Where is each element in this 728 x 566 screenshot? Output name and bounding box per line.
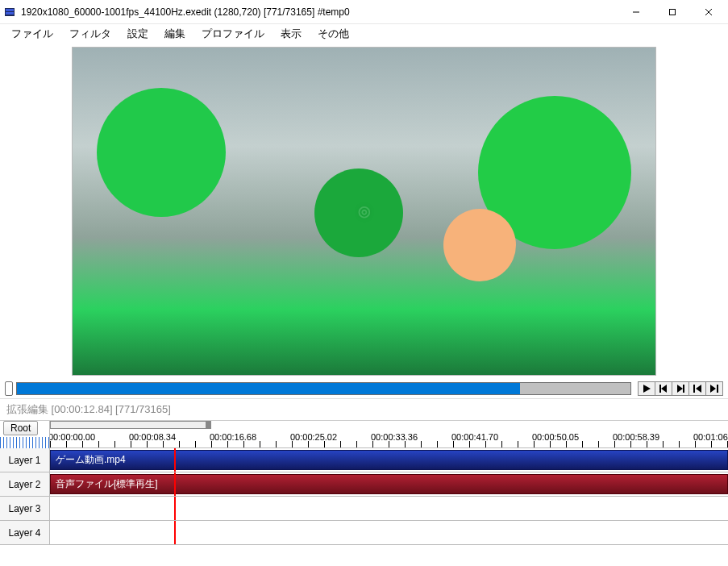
transport-controls [634, 381, 723, 396]
preview-area: ◎ [0, 44, 728, 379]
titlebar: 1920x1080_60000-1001fps_44100Hz.exedit (… [0, 0, 728, 24]
scrubber-row [0, 379, 728, 398]
playhead[interactable] [174, 497, 176, 520]
playhead[interactable] [174, 521, 176, 544]
video-clip[interactable]: ゲーム動画.mp4 [50, 450, 728, 470]
timeline-layer-row: Layer 4 [0, 521, 728, 545]
scrub-track[interactable] [16, 382, 631, 395]
menubar: ファイル フィルタ 設定 編集 プロファイル 表示 その他 [0, 24, 728, 44]
menu-settings[interactable]: 設定 [119, 25, 156, 43]
layer-label[interactable]: Layer 4 [0, 521, 50, 545]
app-icon [3, 6, 16, 19]
svg-marker-13 [696, 385, 701, 393]
extended-edit-status: 拡張編集 [00:00:12.84] [771/73165] [0, 398, 728, 420]
layer-track[interactable]: 音声ファイル[標準再生] [50, 472, 728, 497]
scrub-fill [17, 383, 520, 394]
layer-track[interactable] [50, 521, 728, 545]
menu-profile[interactable]: プロファイル [193, 25, 272, 43]
svg-rect-9 [659, 385, 661, 393]
layer-label[interactable]: Layer 2 [0, 472, 50, 497]
playhead[interactable] [174, 448, 176, 472]
timeline: Root 00:00:00.0000:00:08.3400:00:16.6800… [0, 420, 728, 545]
svg-marker-7 [643, 385, 651, 393]
timeline-layer-row: Layer 3 [0, 497, 728, 521]
svg-marker-8 [661, 385, 667, 393]
step-back-button[interactable] [655, 381, 672, 396]
timeline-layer-row: Layer 2音声ファイル[標準再生] [0, 472, 728, 497]
svg-marker-14 [710, 385, 716, 393]
timeline-ruler-row: Root 00:00:00.0000:00:08.3400:00:16.6800… [0, 421, 728, 448]
svg-rect-1 [6, 9, 14, 11]
layer-track[interactable]: ゲーム動画.mp4 [50, 448, 728, 472]
layer-label[interactable]: Layer 1 [0, 448, 50, 472]
menu-file[interactable]: ファイル [3, 25, 61, 43]
svg-marker-10 [677, 385, 683, 393]
layer-visibility-strip[interactable] [0, 437, 49, 448]
svg-rect-11 [683, 385, 684, 393]
step-forward-button[interactable] [672, 381, 689, 396]
timeline-ruler-area: 00:00:00.0000:00:08.3400:00:16.6800:00:2… [50, 421, 728, 448]
timeline-root-cell: Root [0, 421, 50, 448]
svg-rect-2 [6, 12, 14, 15]
layer-label[interactable]: Layer 3 [0, 497, 50, 521]
video-preview[interactable]: ◎ [72, 47, 656, 376]
go-start-button[interactable] [688, 381, 706, 396]
root-button[interactable]: Root [3, 421, 38, 435]
ruler-ticks [50, 441, 728, 447]
timeline-layer-row: Layer 1ゲーム動画.mp4 [0, 448, 728, 472]
window-title: 1920x1080_60000-1001fps_44100Hz.exedit (… [21, 6, 618, 18]
audio-clip[interactable]: 音声ファイル[標準再生] [50, 474, 728, 494]
layer-track[interactable] [50, 497, 728, 521]
menu-filter[interactable]: フィルタ [61, 25, 119, 43]
go-end-button[interactable] [705, 381, 723, 396]
svg-rect-4 [669, 9, 675, 15]
zoom-range-bar[interactable] [50, 421, 211, 429]
preview-placeholder: ◎ [73, 48, 655, 375]
scrub-start-handle[interactable] [5, 381, 13, 396]
play-button[interactable] [638, 381, 655, 396]
menu-edit[interactable]: 編集 [156, 25, 193, 43]
svg-rect-15 [717, 385, 718, 393]
menu-view[interactable]: 表示 [272, 25, 310, 43]
timeline-ruler[interactable]: 00:00:00.0000:00:08.3400:00:16.6800:00:2… [50, 421, 728, 448]
menu-other[interactable]: その他 [310, 25, 357, 43]
minimize-button[interactable] [618, 1, 654, 23]
svg-rect-12 [693, 385, 695, 393]
close-button[interactable] [690, 1, 726, 23]
maximize-button[interactable] [654, 1, 690, 23]
playhead[interactable] [174, 472, 176, 496]
window-controls [618, 1, 726, 23]
